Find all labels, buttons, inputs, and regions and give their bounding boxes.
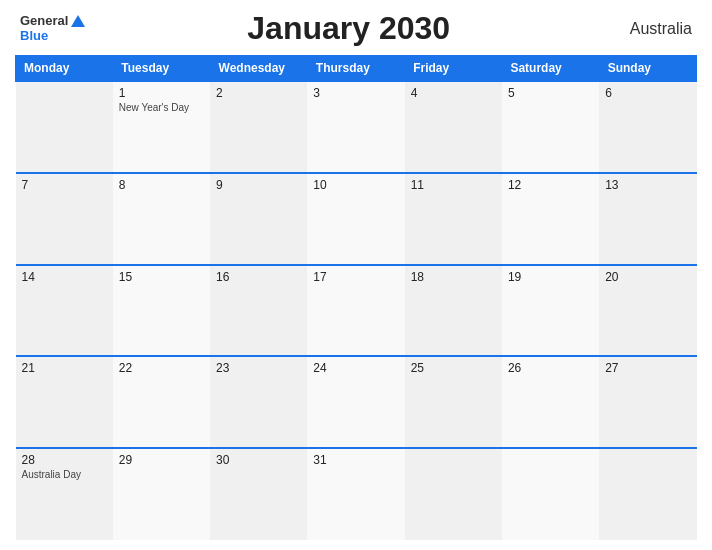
day-number: 21	[22, 361, 107, 375]
calendar-header: General Blue January 2030 Australia	[15, 10, 697, 47]
calendar-cell: 9	[210, 173, 307, 265]
calendar-cell	[405, 448, 502, 540]
calendar-cell: 2	[210, 81, 307, 173]
weekday-header-sunday: Sunday	[599, 56, 696, 82]
day-number: 11	[411, 178, 496, 192]
calendar-cell: 28Australia Day	[16, 448, 113, 540]
day-number: 15	[119, 270, 204, 284]
day-number: 28	[22, 453, 107, 467]
calendar-cell	[599, 448, 696, 540]
day-number: 25	[411, 361, 496, 375]
calendar-cell: 22	[113, 356, 210, 448]
calendar-cell: 8	[113, 173, 210, 265]
calendar-cell: 16	[210, 265, 307, 357]
calendar-cell: 11	[405, 173, 502, 265]
day-number: 23	[216, 361, 301, 375]
calendar-container: General Blue January 2030 Australia Mond…	[0, 0, 712, 550]
weekday-header-wednesday: Wednesday	[210, 56, 307, 82]
day-number: 29	[119, 453, 204, 467]
week-row-3: 21222324252627	[16, 356, 697, 448]
calendar-table: MondayTuesdayWednesdayThursdayFridaySatu…	[15, 55, 697, 540]
logo-blue-text: Blue	[20, 29, 48, 43]
day-number: 7	[22, 178, 107, 192]
calendar-cell: 25	[405, 356, 502, 448]
calendar-cell: 21	[16, 356, 113, 448]
week-row-4: 28Australia Day293031	[16, 448, 697, 540]
calendar-cell: 5	[502, 81, 599, 173]
calendar-cell: 6	[599, 81, 696, 173]
day-number: 6	[605, 86, 690, 100]
calendar-cell: 31	[307, 448, 404, 540]
day-number: 4	[411, 86, 496, 100]
day-number: 12	[508, 178, 593, 192]
weekday-header-thursday: Thursday	[307, 56, 404, 82]
calendar-cell: 3	[307, 81, 404, 173]
weekday-header-monday: Monday	[16, 56, 113, 82]
day-number: 26	[508, 361, 593, 375]
calendar-title: January 2030	[85, 10, 612, 47]
calendar-cell: 10	[307, 173, 404, 265]
day-number: 31	[313, 453, 398, 467]
calendar-cell: 13	[599, 173, 696, 265]
calendar-cell: 19	[502, 265, 599, 357]
day-number: 19	[508, 270, 593, 284]
day-event: New Year's Day	[119, 102, 204, 113]
day-number: 16	[216, 270, 301, 284]
calendar-cell	[502, 448, 599, 540]
logo: General Blue	[20, 14, 85, 43]
calendar-cell: 17	[307, 265, 404, 357]
calendar-cell: 23	[210, 356, 307, 448]
day-number: 20	[605, 270, 690, 284]
calendar-cell: 26	[502, 356, 599, 448]
calendar-cell: 30	[210, 448, 307, 540]
weekday-header-tuesday: Tuesday	[113, 56, 210, 82]
calendar-cell: 27	[599, 356, 696, 448]
calendar-cell: 24	[307, 356, 404, 448]
day-event: Australia Day	[22, 469, 107, 480]
logo-triangle-icon	[71, 15, 85, 27]
day-number: 17	[313, 270, 398, 284]
weekday-header-saturday: Saturday	[502, 56, 599, 82]
calendar-cell: 29	[113, 448, 210, 540]
calendar-cell: 18	[405, 265, 502, 357]
calendar-cell: 7	[16, 173, 113, 265]
logo-general-text: General	[20, 14, 68, 28]
week-row-2: 14151617181920	[16, 265, 697, 357]
calendar-cell: 4	[405, 81, 502, 173]
week-row-0: 1New Year's Day23456	[16, 81, 697, 173]
calendar-cell: 20	[599, 265, 696, 357]
week-row-1: 78910111213	[16, 173, 697, 265]
day-number: 27	[605, 361, 690, 375]
country-label: Australia	[612, 20, 692, 38]
day-number: 1	[119, 86, 204, 100]
calendar-cell: 12	[502, 173, 599, 265]
calendar-cell: 1New Year's Day	[113, 81, 210, 173]
day-number: 13	[605, 178, 690, 192]
day-number: 30	[216, 453, 301, 467]
day-number: 18	[411, 270, 496, 284]
day-number: 14	[22, 270, 107, 284]
day-number: 10	[313, 178, 398, 192]
day-number: 24	[313, 361, 398, 375]
day-number: 5	[508, 86, 593, 100]
calendar-cell	[16, 81, 113, 173]
day-number: 2	[216, 86, 301, 100]
weekday-header-row: MondayTuesdayWednesdayThursdayFridaySatu…	[16, 56, 697, 82]
day-number: 9	[216, 178, 301, 192]
day-number: 3	[313, 86, 398, 100]
weekday-header-friday: Friday	[405, 56, 502, 82]
day-number: 8	[119, 178, 204, 192]
calendar-cell: 15	[113, 265, 210, 357]
day-number: 22	[119, 361, 204, 375]
calendar-cell: 14	[16, 265, 113, 357]
